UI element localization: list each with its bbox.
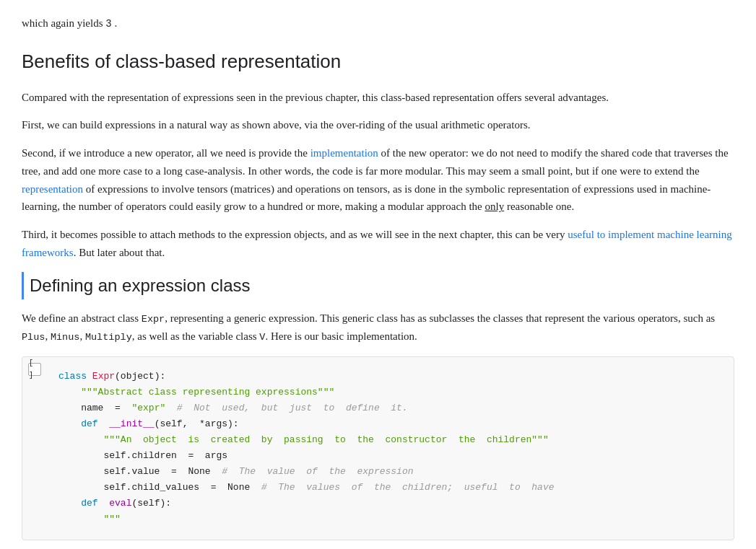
code-line-2: """Abstract class representing expressio… — [58, 385, 719, 400]
code-plus: Plus — [22, 332, 45, 343]
paragraph-5: We define an abstract class Expr, repres… — [22, 309, 734, 346]
code-line-13: """ — [58, 511, 719, 527]
link-useful[interactable]: useful to implement machine learning fra… — [22, 229, 732, 258]
intro-period: . — [114, 17, 117, 29]
code-line-10: self.child_values = None # The values of… — [58, 480, 719, 496]
code-line-1: class Expr(object): — [58, 369, 719, 385]
section1-title: Benefits of class-based representation — [22, 47, 734, 77]
code-minus: Minus — [51, 332, 80, 343]
section2-title: Defining an expression class — [22, 272, 734, 299]
paragraph-2: First, we can build expressions in a nat… — [22, 116, 734, 134]
intro-line: which again yields 3 . — [22, 14, 734, 32]
code-expr: Expr — [142, 314, 165, 325]
code-content: class Expr(object): """Abstract class re… — [37, 369, 719, 528]
intro-text: which again yields — [22, 17, 103, 29]
code-multiply: Multiply — [85, 332, 132, 343]
link-implementation[interactable]: implementation — [310, 147, 378, 159]
code-line-4: name = "expr" # Not used, but just to de… — [58, 400, 719, 416]
paragraph-4: Third, it becomes possible to attach met… — [22, 226, 734, 262]
code-v: V — [259, 332, 265, 343]
code-line-12: def eval(self): — [58, 496, 719, 511]
link-representation[interactable]: representation — [22, 183, 83, 195]
code-block: [ ] class Expr(object): """Abstract clas… — [22, 356, 734, 540]
code-line-8: self.children = args — [58, 448, 719, 464]
paragraph-3: Second, if we introduce a new operator, … — [22, 144, 734, 216]
code-line-7: """An object is created by passing to th… — [58, 432, 719, 448]
run-button[interactable]: [ ] — [28, 363, 41, 376]
code-line-9: self.value = None # The value of the exp… — [58, 464, 719, 480]
paragraph-1: Compared with the representation of expr… — [22, 89, 734, 107]
code-line-6: def __init__(self, *args): — [58, 416, 719, 432]
intro-value: 3 — [105, 18, 111, 30]
emphasis-only: only — [485, 201, 504, 212]
